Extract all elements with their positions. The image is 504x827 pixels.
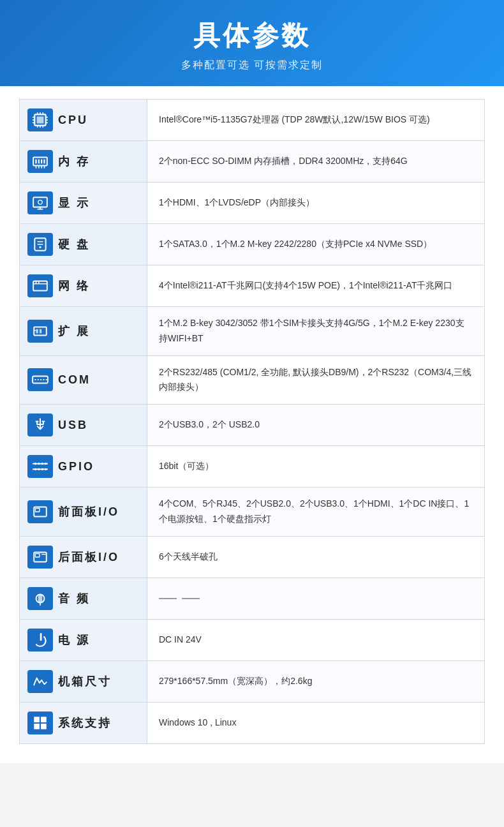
cpu-icon	[27, 108, 53, 131]
spec-label-text-gpio: GPIO	[58, 460, 94, 473]
spec-label-text-com: COM	[58, 373, 91, 387]
spec-label-text-front-io: 前面板I/O	[58, 504, 119, 519]
spec-label-text-audio: 音 频	[58, 591, 90, 606]
spec-row-expand: 扩 展 1个M.2 B-key 3042/3052 带1个SIM卡接头支持4G/…	[20, 307, 484, 356]
spec-label-front-io: 前面板I/O	[20, 488, 147, 536]
svg-point-51	[45, 463, 47, 465]
spec-container: CPU Intel®Core™i5-1135G7处理器 (TDP 28W默认,1…	[0, 86, 504, 763]
svg-point-31	[39, 246, 41, 248]
spec-value-front-io: 4个COM、5个RJ45、2个USB2.0、2个USB3.0、1个HDMI、1个…	[147, 488, 484, 536]
spec-label-com: COM	[20, 356, 147, 405]
svg-rect-18	[43, 160, 45, 164]
spec-label-text-network: 网 络	[58, 278, 90, 294]
rear-io-icon	[27, 546, 53, 569]
svg-point-53	[38, 468, 40, 470]
spec-value-com: 2个RS232/485 (COM1/2, 全功能, 默认接头DB9/M)，2个R…	[147, 356, 484, 405]
svg-point-48	[34, 463, 36, 465]
spec-label-memory: 内 存	[20, 141, 147, 182]
spec-label-text-cpu: CPU	[58, 114, 88, 127]
usb-icon	[27, 414, 53, 436]
spec-row-cpu: CPU Intel®Core™i5-1135G7处理器 (TDP 28W默认,1…	[20, 100, 484, 141]
header-section: 具体参数 多种配置可选 可按需求定制	[0, 0, 504, 86]
svg-point-27	[38, 200, 43, 205]
com-icon	[27, 368, 53, 391]
svg-point-42	[38, 379, 39, 380]
page-wrapper: 具体参数 多种配置可选 可按需求定制 CPU Intel®Core™i5-113…	[0, 0, 504, 763]
svg-rect-17	[41, 160, 42, 164]
spec-label-text-expand: 扩 展	[58, 324, 90, 339]
spec-label-text-display: 显 示	[58, 195, 90, 211]
spec-value-cpu: Intel®Core™i5-1135G7处理器 (TDP 28W默认,12W/1…	[147, 100, 484, 140]
spec-label-text-rear-io: 后面板I/O	[58, 549, 119, 565]
spec-value-text: 279*166*57.5mm（宽深高），约2.6kg	[159, 674, 312, 689]
spec-value-storage: 1个SATA3.0，1个M.2 M-key 2242/2280（支持PCIe x…	[147, 224, 484, 265]
spec-value-text: 6个天线半破孔	[159, 549, 218, 565]
spec-value-text: Intel®Core™i5-1135G7处理器 (TDP 28W默认,12W/1…	[159, 112, 430, 128]
audio-icon	[27, 587, 53, 610]
spec-value-text: 16bit（可选）	[159, 459, 214, 474]
spec-row-audio: 音 频	[20, 578, 484, 620]
page-title: 具体参数	[13, 18, 491, 54]
spec-row-com: COM 2个RS232/485 (COM1/2, 全功能, 默认接头DB9/M)…	[20, 356, 484, 405]
svg-rect-65	[34, 724, 40, 729]
spec-row-network: 网 络 4个Intel®i211-AT千兆网口(支持4个15W POE)，1个I…	[20, 265, 484, 307]
spec-value-gpio: 16bit（可选）	[147, 446, 484, 487]
spec-label-text-usb: USB	[58, 419, 88, 432]
spec-label-dimension: 机箱尺寸	[20, 661, 147, 702]
spec-value-network: 4个Intel®i211-AT千兆网口(支持4个15W POE)，1个Intel…	[147, 265, 484, 306]
spec-value-os: Windows 10 , Linux	[147, 703, 484, 743]
spec-row-os: 系统支持 Windows 10 , Linux	[20, 703, 484, 743]
spec-label-storage: 硬 盘	[20, 224, 147, 265]
spec-label-expand: 扩 展	[20, 307, 147, 355]
spec-value-text: 4个COM、5个RJ45、2个USB2.0、2个USB3.0、1个HDMI、1个…	[159, 496, 473, 527]
svg-point-50	[41, 463, 43, 465]
spec-value-audio	[147, 578, 484, 619]
svg-rect-64	[41, 717, 47, 722]
page-subtitle: 多种配置可选 可按需求定制	[13, 59, 491, 72]
spec-row-front-io: 前面板I/O 4个COM、5个RJ45、2个USB2.0、2个USB3.0、1个…	[20, 488, 484, 537]
spec-value-text: 2个RS232/485 (COM1/2, 全功能, 默认接头DB9/M)，2个R…	[159, 365, 473, 396]
spec-label-cpu: CPU	[20, 100, 147, 140]
expand-icon	[27, 320, 53, 343]
svg-rect-16	[38, 160, 40, 164]
spec-value-dimension: 279*166*57.5mm（宽深高），约2.6kg	[147, 661, 484, 702]
spec-row-display: 显 示 1个HDMI、1个LVDS/eDP（内部接头）	[20, 183, 484, 224]
spec-value-memory: 2个non-ECC SO-DIMM 内存插槽，DDR4 3200MHz，支持64…	[147, 141, 484, 182]
spec-value-text: 2个non-ECC SO-DIMM 内存插槽，DDR4 3200MHz，支持64…	[159, 154, 408, 169]
spec-label-audio: 音 频	[20, 578, 147, 619]
svg-rect-57	[35, 509, 40, 512]
svg-point-44	[43, 379, 44, 380]
svg-point-54	[41, 468, 43, 470]
spec-label-text-storage: 硬 盘	[58, 237, 90, 252]
spec-row-dimension: 机箱尺寸 279*166*57.5mm（宽深高），约2.6kg	[20, 661, 484, 703]
svg-rect-38	[40, 329, 41, 334]
spec-row-rear-io: 后面板I/O 6个天线半破孔	[20, 537, 484, 578]
memory-icon	[27, 150, 53, 173]
spec-value-text: 2个USB3.0，2个 USB2.0	[159, 417, 260, 433]
spec-label-text-power: 电 源	[58, 632, 90, 648]
spec-row-storage: 硬 盘 1个SATA3.0，1个M.2 M-key 2242/2280（支持PC…	[20, 224, 484, 265]
spec-row-power: 电 源 DC IN 24V	[20, 620, 484, 661]
spec-value-power: DC IN 24V	[147, 620, 484, 660]
spec-label-network: 网 络	[20, 265, 147, 306]
svg-point-55	[45, 468, 47, 470]
network-icon	[27, 274, 53, 297]
spec-value-usb: 2个USB3.0，2个 USB2.0	[147, 405, 484, 445]
storage-icon	[27, 233, 53, 256]
svg-rect-63	[34, 717, 40, 722]
spec-value-display: 1个HDMI、1个LVDS/eDP（内部接头）	[147, 183, 484, 223]
spec-label-text-os: 系统支持	[58, 715, 112, 731]
spec-label-os: 系统支持	[20, 703, 147, 743]
svg-rect-59	[35, 553, 40, 556]
spec-label-rear-io: 后面板I/O	[20, 537, 147, 577]
front-io-icon	[27, 500, 53, 523]
spec-label-gpio: GPIO	[20, 446, 147, 487]
svg-point-43	[40, 379, 41, 380]
spec-label-usb: USB	[20, 405, 147, 445]
svg-point-49	[38, 463, 40, 465]
spec-value-text: 4个Intel®i211-AT千兆网口(支持4个15W POE)，1个Intel…	[159, 278, 452, 294]
os-icon	[27, 712, 53, 734]
svg-rect-1	[37, 117, 44, 124]
svg-rect-23	[33, 197, 47, 207]
spec-row-usb: USB 2个USB3.0，2个 USB2.0	[20, 405, 484, 446]
